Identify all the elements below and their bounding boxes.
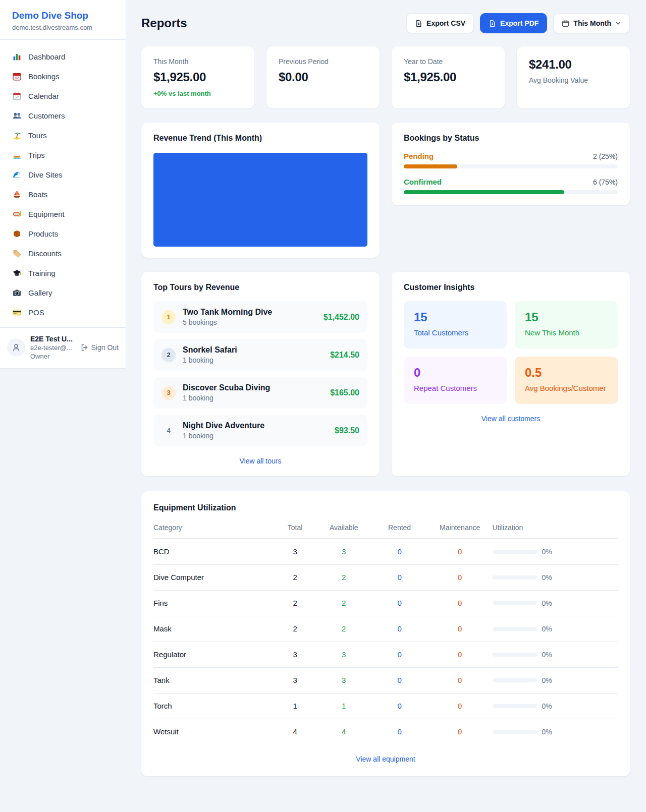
- export-pdf-label: Export PDF: [500, 19, 539, 27]
- col-rented: Rented: [371, 520, 427, 539]
- page-title: Reports: [141, 16, 187, 30]
- stat-delta: +0% vs last month: [153, 90, 242, 97]
- tour-row: 1 Two Tank Morning Dive 5 bookings $1,45…: [153, 301, 367, 333]
- tile-new-this-month: 15 New This Month: [515, 301, 618, 349]
- equipment-maintenance: 0: [427, 565, 493, 591]
- equipment-category: Wetsuit: [153, 719, 274, 745]
- equipment-header-row: Category Total Available Rented Maintena…: [153, 520, 618, 539]
- tile-label: Avg Bookings/Customer: [525, 384, 608, 392]
- equipment-rented: 0: [371, 565, 427, 591]
- export-csv-label: Export CSV: [426, 19, 465, 27]
- stat-card-this-month: This Month $1,925.00 +0% vs last month: [141, 46, 254, 108]
- stat-card-previous-period: Previous Period $0.00: [266, 46, 380, 108]
- tour-amount: $93.50: [335, 426, 359, 435]
- sidebar-item-label: Calendar: [28, 92, 59, 100]
- utilization-value: 0%: [542, 599, 552, 607]
- tour-bookings: 1 booking: [183, 394, 323, 402]
- credit-card-icon: [12, 308, 22, 317]
- sidebar-item-customers[interactable]: Customers: [6, 106, 120, 126]
- tour-row: 3 Discover Scuba Diving 1 booking $165.0…: [153, 377, 367, 409]
- tile-value: 0.5: [525, 366, 608, 380]
- equipment-total: 3: [274, 539, 316, 565]
- stat-label: Previous Period: [279, 57, 367, 66]
- sidebar-item-trips[interactable]: Trips: [6, 145, 120, 165]
- status-bar-fill: [404, 190, 564, 194]
- tile-value: 0: [414, 366, 497, 380]
- tile-repeat-customers: 0 Repeat Customers: [404, 357, 507, 404]
- status-row-pending: Pending 2 (25%): [404, 152, 618, 168]
- stat-value: $1,925.00: [404, 70, 493, 84]
- table-row: Tank 3 3 0 0 0%: [153, 668, 618, 693]
- equipment-rented: 0: [371, 616, 427, 642]
- col-total: Total: [274, 520, 316, 539]
- stat-card-avg-booking-value: $241.00 Avg Booking Value: [517, 46, 630, 108]
- tile-label: Repeat Customers: [414, 384, 497, 392]
- table-row: Regulator 3 3 0 0 0%: [153, 642, 618, 668]
- shop-domain: demo.test.divestreams.com: [12, 24, 114, 31]
- equipment-category: BCD: [153, 539, 274, 565]
- equipment-maintenance: 0: [427, 616, 493, 642]
- tour-name: Two Tank Morning Dive: [183, 308, 316, 317]
- sidebar-item-label: Dashboard: [28, 52, 65, 61]
- sidebar-item-dive-sites[interactable]: Dive Sites: [6, 165, 120, 185]
- sidebar-item-boats[interactable]: Boats: [6, 185, 120, 204]
- sidebar-item-equipment[interactable]: Equipment: [6, 204, 120, 224]
- tour-name: Snorkel Safari: [183, 345, 323, 355]
- tour-bookings: 1 booking: [183, 356, 323, 364]
- sidebar-item-bookings[interactable]: 17 Bookings: [6, 67, 120, 86]
- sidebar-item-tours[interactable]: Tours: [6, 126, 120, 145]
- equipment-available: 2: [316, 591, 371, 616]
- status-bar-track: [404, 164, 618, 168]
- sidebar: Demo Dive Shop demo.test.divestreams.com…: [0, 0, 126, 369]
- sidebar-item-products[interactable]: Products: [6, 224, 120, 244]
- sidebar-item-training[interactable]: Training: [6, 263, 120, 283]
- stat-card-year-to-date: Year to Date $1,925.00: [392, 46, 505, 108]
- person-icon: [11, 342, 21, 353]
- stat-value: $1,925.00: [153, 70, 242, 84]
- sidebar-item-discounts[interactable]: Discounts: [6, 244, 120, 263]
- export-pdf-button[interactable]: Export PDF: [480, 13, 547, 33]
- view-all-equipment-link[interactable]: View all equipment: [356, 755, 415, 763]
- equipment-rented: 0: [371, 668, 427, 693]
- equipment-available: 3: [316, 642, 371, 668]
- view-all-tours-link[interactable]: View all tours: [239, 457, 281, 465]
- tour-name: Discover Scuba Diving: [183, 383, 323, 392]
- sidebar-item-pos[interactable]: POS: [6, 303, 120, 322]
- equipment-rented: 0: [371, 539, 427, 565]
- status-label: Confirmed: [404, 178, 442, 186]
- sign-out-button[interactable]: Sign Out: [80, 343, 119, 352]
- shop-name: Demo Dive Shop: [12, 10, 114, 21]
- utilization-bar: [493, 575, 537, 579]
- equipment-maintenance: 0: [427, 539, 493, 565]
- sidebar-item-calendar[interactable]: Calendar: [6, 86, 120, 106]
- topbar: Reports Export CSV Export PDF This Month: [141, 13, 630, 33]
- equipment-available: 4: [316, 719, 371, 745]
- table-row: Fins 2 2 0 0 0%: [153, 591, 618, 616]
- equipment-category: Fins: [153, 591, 274, 616]
- equipment-total: 3: [274, 642, 316, 668]
- rank-badge: 1: [162, 310, 176, 324]
- chevron-down-icon: [615, 20, 621, 26]
- col-maintenance: Maintenance: [427, 520, 493, 539]
- sidebar-item-gallery[interactable]: Gallery: [6, 283, 120, 303]
- table-row: Wetsuit 4 4 0 0 0%: [153, 719, 618, 745]
- user-box: E2E Test U... e2e-tester@... Owner Sign …: [0, 327, 126, 368]
- view-all-customers-link[interactable]: View all customers: [481, 415, 540, 423]
- sidebar-item-dashboard[interactable]: Dashboard: [6, 47, 120, 67]
- export-csv-button[interactable]: Export CSV: [406, 13, 474, 33]
- equipment-available: 2: [316, 616, 371, 642]
- status-bar-track: [404, 190, 618, 194]
- utilization-bar: [493, 601, 537, 605]
- palm-island-icon: [12, 131, 22, 140]
- tour-bookings: 5 bookings: [183, 318, 316, 326]
- equipment-available: 3: [316, 668, 371, 693]
- sidebar-item-label: Tours: [28, 131, 47, 140]
- utilization-bar: [493, 730, 537, 734]
- avatar: [7, 338, 25, 357]
- period-selector[interactable]: This Month: [553, 13, 630, 33]
- stat-label: Avg Booking Value: [529, 76, 618, 84]
- col-utilization: Utilization: [493, 520, 618, 539]
- tour-amount: $214.50: [330, 351, 359, 360]
- status-value: 2 (25%): [593, 152, 618, 160]
- utilization-bar: [493, 653, 537, 657]
